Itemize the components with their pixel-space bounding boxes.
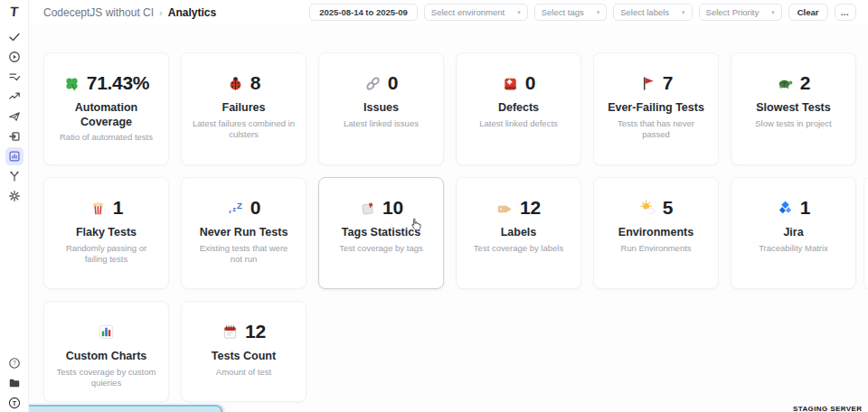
sidebar-item-analytics[interactable] [5,147,24,165]
stat-card-environments[interactable]: 5 Environments Run Environments [593,177,719,289]
filter-select-select-environment[interactable]: Select environment▾ [424,4,528,21]
stat-card-failures[interactable]: 8 Failures Latest failures combined in c… [181,52,307,165]
sidebar-item-settings[interactable] [5,187,24,205]
stat-card-jira[interactable]: 1 Jira Traceability Matrix [731,177,856,289]
filter-select-select-priority[interactable]: Select Priority▾ [699,4,782,21]
card-title: Never Run Tests [189,226,298,240]
filter-placeholder: Select tags [542,7,584,17]
breadcrumb: CodeceptJS without CI › Analytics [43,0,216,24]
stat-card-tags-statistics[interactable]: 10 Tags Statistics Test coverage by tags [318,177,444,289]
date-range-button[interactable]: 2025-08-14 to 2025-09 [309,4,418,21]
card-value: 71.43% [87,72,149,94]
card-row: 1 Flaky Tests Randomly passing or failin… [43,177,868,289]
sidebar-item-branches[interactable] [5,167,24,185]
staging-watermark: STAGING SERVER [793,405,862,412]
sidebar-item-pulse[interactable] [5,88,24,106]
chevron-down-icon: ▾ [517,9,521,16]
card-row: Custom Charts Tests coverage by custom q… [43,301,868,402]
card-title: Slowest Tests [739,101,848,116]
svg-text:Z: Z [237,200,242,210]
sidebar: T ?T [0,0,29,412]
card-value: 1 [800,197,810,219]
filter-placeholder: Select labels [620,7,669,17]
card-subtitle: Amount of test [189,367,298,379]
label-icon [496,200,514,217]
card-value: 8 [250,72,260,94]
sidebar-item-help[interactable]: ? [5,354,24,372]
help-icon: ? [8,357,21,370]
stat-card-slowest-tests[interactable]: 2 Slowest Tests Slow tests in project [731,52,856,165]
clear-filters-button[interactable]: Clear [788,4,828,21]
pulse-icon [8,90,21,103]
card-subtitle: Test coverage by labels [464,243,573,255]
filter-select-select-tags[interactable]: Select tags▾ [534,4,608,21]
card-value: 12 [245,321,266,342]
sidebar-nav [5,28,24,205]
card-subtitle: Existing tests that were not run [189,243,298,267]
breadcrumb-project[interactable]: CodeceptJS without CI [43,6,154,19]
avatar-icon: T [8,397,21,409]
filter-placeholder: Select environment [431,7,505,17]
chevron-down-icon: ▾ [771,9,775,16]
stat-card-ever-failing-tests[interactable]: 7 Ever-Failing Tests Tests that has neve… [593,52,719,165]
card-title: Flaky Tests [52,226,161,240]
sidebar-bottom: ?T [0,354,29,412]
stat-card-flaky-tests[interactable]: 1 Flaky Tests Randomly passing or failin… [43,177,169,289]
card-subtitle: Ratio of automated tests [52,132,161,144]
stat-card-never-run-tests[interactable]: zzZ 0 Never Run Tests Existing tests tha… [181,177,307,289]
card-title: Automation Coverage [52,101,161,129]
stat-card-tests-count[interactable]: 12 Tests Count Amount of test [181,301,307,402]
card-value: 12 [520,197,541,219]
card-value: 10 [382,197,403,219]
card-title: Issues [326,101,436,116]
checklist-icon [8,70,21,83]
sidebar-item-test-plans[interactable] [5,68,24,86]
bar-chart-icon [98,323,115,341]
turtle-icon [777,75,794,92]
stat-card-labels[interactable]: 12 Labels Test coverage by labels [456,177,581,289]
page-title: Analytics [168,6,216,19]
sidebar-item-tests[interactable] [5,28,24,46]
sidebar-item-profile[interactable]: T [5,394,24,412]
breadcrumb-separator: › [159,7,163,18]
svg-text:z: z [229,209,231,214]
card-subtitle: Randomly passing or failing tests [52,243,161,267]
more-options-button[interactable]: … [835,4,857,21]
svg-text:z: z [232,204,236,212]
sidebar-item-import[interactable] [5,127,24,145]
screenshare-indicator-bar [13,405,222,412]
partial-card-edge [863,177,868,289]
check-icon [8,31,21,43]
filter-select-select-labels[interactable]: Select labels▾ [613,4,692,21]
svg-text:T: T [13,400,17,407]
chevron-down-icon: ▾ [682,9,685,16]
analytics-dashboard: T ?T CodeceptJS without CI › Analytics 2… [0,0,868,412]
card-value: 1 [113,197,123,219]
card-value: 5 [663,197,673,219]
card-value: 0 [250,197,260,219]
sidebar-item-runs[interactable] [5,48,24,66]
import-icon [8,130,21,143]
stat-card-automation-coverage[interactable]: 71.43% Automation Coverage Ratio of auto… [43,52,169,165]
sidebar-item-projects[interactable] [5,374,24,392]
card-subtitle: Tests that has never passed [601,118,711,142]
card-subtitle: Test coverage by tags [326,243,436,255]
sun-cloud-icon [639,200,656,217]
card-subtitle: Latest linked defects [464,118,573,130]
chevron-down-icon: ▾ [597,9,600,16]
stats-grid: 71.43% Automation Coverage Ratio of auto… [43,52,868,412]
sidebar-item-jira-sync[interactable] [5,108,24,126]
stat-card-defects[interactable]: 0 Defects Latest linked defects [456,52,581,165]
stat-card-custom-charts[interactable]: Custom Charts Tests coverage by custom q… [43,301,169,402]
card-value: 0 [388,72,398,94]
card-title: Jira [739,226,848,240]
stat-card-issues[interactable]: 0 Issues Latest linked issues [318,52,444,165]
jira-icon [777,200,794,217]
app-logo[interactable]: T [9,4,19,19]
branch-icon [8,170,21,183]
header: CodeceptJS without CI › Analytics 2025-0… [29,0,868,24]
card-value: 2 [800,72,810,94]
card-subtitle: Tests coverage by custom quieries [52,367,161,390]
card-title: Defects [464,101,573,116]
siren-icon [502,75,519,92]
